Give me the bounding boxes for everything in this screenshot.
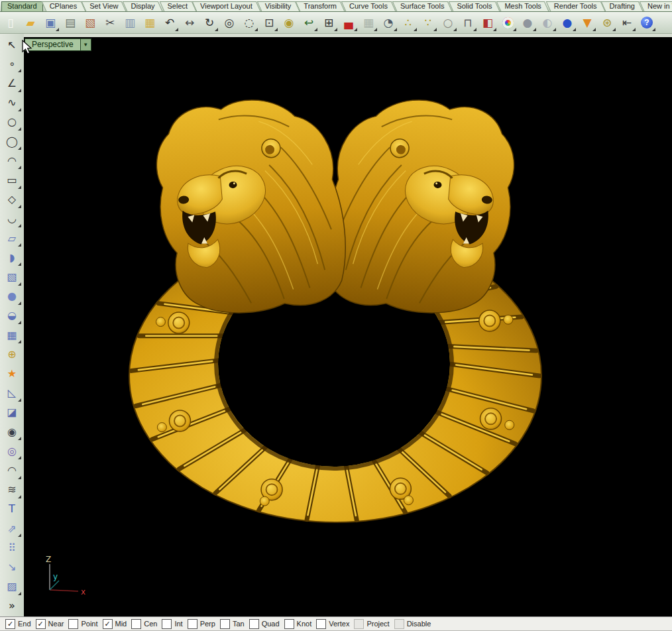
polygon-button[interactable]: ◇ — [3, 191, 22, 209]
new-file-button[interactable]: ▯ — [1, 13, 20, 32]
layers-button[interactable]: ◧ — [478, 13, 497, 32]
undo-button[interactable]: ↶ — [160, 13, 179, 32]
zoom-extents-button[interactable]: ⊡ — [260, 13, 278, 32]
tab-display[interactable]: Display — [125, 1, 160, 11]
osnap-checkbox[interactable]: ✓ — [36, 619, 46, 629]
tab-render-tools[interactable]: Render Tools — [548, 1, 603, 11]
extrude-box-button[interactable]: ▨ — [3, 578, 22, 596]
osnap-checkbox[interactable] — [68, 619, 78, 629]
text-button[interactable]: T — [3, 500, 22, 518]
osnap-checkbox[interactable] — [354, 619, 364, 629]
osnap-mid[interactable]: ✓Mid — [103, 619, 127, 629]
explode-button[interactable]: ★ — [3, 365, 22, 382]
box-button[interactable]: ▧ — [3, 268, 22, 286]
osnap-checkbox[interactable]: ✓ — [5, 619, 15, 629]
point-objects-button[interactable]: ∴ — [399, 13, 418, 32]
osnap-near[interactable]: ✓Near — [36, 619, 64, 629]
paste-clipboard-button[interactable]: ▦ — [140, 13, 159, 32]
viewport-canvas[interactable]: Z y x — [24, 37, 672, 616]
osnap-perp[interactable]: Perp — [188, 619, 215, 629]
ghosted-sphere-button[interactable]: ◐ — [538, 13, 557, 32]
trim-button[interactable]: ◺ — [3, 384, 22, 402]
help-button[interactable]: ? — [638, 13, 656, 32]
dimension-button[interactable]: ⇤ — [618, 13, 636, 32]
tab-transform[interactable]: Transform — [298, 1, 343, 11]
undo-view-button[interactable]: ↩ — [300, 13, 318, 32]
fillet-corner-button[interactable]: ◠ — [3, 461, 22, 479]
zoom-window-button[interactable]: ◌ — [240, 13, 258, 32]
control-curve-button[interactable]: ∿ — [3, 94, 22, 112]
pan-hand-button[interactable]: ↔ — [180, 13, 199, 32]
polyline-button[interactable]: ∠ — [3, 74, 22, 92]
viewport-title-dropdown[interactable]: ▼ — [81, 38, 91, 51]
osnap-end[interactable]: ✓End — [5, 619, 31, 629]
osnap-int[interactable]: Int — [162, 619, 182, 629]
osnap-checkbox[interactable] — [284, 619, 294, 629]
osnap-checkbox[interactable] — [316, 619, 326, 629]
save-file-button[interactable]: ▣ — [41, 13, 60, 32]
boolean-difference-button[interactable]: ◎ — [3, 442, 22, 460]
tab-surface-tools[interactable]: Surface Tools — [394, 1, 450, 11]
tab-standard[interactable]: Standard — [1, 1, 43, 11]
osnap-checkbox[interactable]: ✓ — [103, 619, 113, 629]
ellipse-button[interactable]: ◯ — [3, 133, 22, 150]
move-button[interactable]: ⇗ — [3, 520, 22, 538]
osnap-checkbox[interactable] — [394, 619, 404, 629]
surface-patch-button[interactable]: ▦ — [3, 326, 22, 344]
surface-button[interactable]: ▱ — [3, 229, 22, 247]
osnap-checkbox[interactable] — [162, 619, 172, 629]
tab-drafting[interactable]: Drafting — [603, 1, 641, 11]
point-button[interactable]: ∘ — [3, 55, 22, 73]
offset-curve-button[interactable]: ≋ — [3, 481, 22, 499]
color-wheel-button[interactable] — [498, 13, 517, 32]
rotate-view-button[interactable]: ↻ — [200, 13, 219, 32]
tab-cplanes[interactable]: CPlanes — [44, 1, 84, 11]
rectangle-button[interactable]: ▭ — [3, 171, 22, 189]
tab-curve-tools[interactable]: Curve Tools — [343, 1, 394, 11]
lock-button[interactable]: ⊓ — [459, 13, 477, 32]
cut-scissors-button[interactable]: ✂ — [101, 13, 119, 32]
curved-surface-button[interactable]: ◗ — [3, 249, 22, 266]
osnap-checkbox[interactable] — [188, 619, 197, 629]
osnap-checkbox[interactable] — [220, 619, 230, 629]
cplane-grid-button[interactable]: ▦ — [359, 13, 378, 32]
circle-button[interactable]: ○ — [3, 113, 22, 131]
cylinder-button[interactable]: ◒ — [3, 307, 22, 325]
point-objects-alt-button[interactable]: ∵ — [419, 13, 437, 32]
tab-viewport-layout[interactable]: Viewport Layout — [194, 1, 258, 11]
compass-button[interactable]: ◔ — [379, 13, 398, 32]
perspective-viewport[interactable]: Perspective ▼ — [24, 37, 672, 616]
gear-button[interactable]: ⊛ — [598, 13, 616, 32]
osnap-checkbox[interactable] — [131, 619, 141, 629]
render-sphere-button[interactable]: ● — [558, 13, 577, 32]
tab-select[interactable]: Select — [162, 1, 194, 11]
osnap-cen[interactable]: Cen — [131, 619, 157, 629]
cone-button[interactable]: ▼ — [578, 13, 596, 32]
edit-page-button[interactable]: ▧ — [81, 13, 99, 32]
join-puzzle-button[interactable]: ⊕ — [3, 345, 22, 363]
osnap-vertex[interactable]: Vertex — [316, 619, 349, 629]
print-button[interactable]: ▤ — [61, 13, 80, 32]
four-viewports-button[interactable]: ⊞ — [319, 13, 338, 32]
viewport-title-label[interactable]: Perspective — [25, 38, 81, 51]
copy-button[interactable]: ▥ — [121, 13, 139, 32]
osnap-disable[interactable]: Disable — [394, 619, 431, 629]
open-file-button[interactable]: ▰ — [21, 13, 40, 32]
tab-set-view[interactable]: Set View — [84, 1, 124, 11]
sphere-button[interactable]: ● — [3, 288, 22, 306]
osnap-tan[interactable]: Tan — [220, 619, 245, 629]
osnap-quad[interactable]: Quad — [249, 619, 280, 629]
boolean-union-button[interactable]: ◉ — [3, 423, 22, 441]
arc-button[interactable]: ◠ — [3, 152, 22, 170]
blend-curve-button[interactable]: ◡ — [3, 210, 22, 228]
more-tools-button[interactable]: » — [3, 597, 22, 615]
osnap-checkbox[interactable] — [249, 619, 259, 629]
tab-mesh-tools[interactable]: Mesh Tools — [498, 1, 547, 11]
zoom-dynamic-button[interactable]: ◎ — [220, 13, 239, 32]
car-button[interactable]: ▄ — [339, 13, 358, 32]
split-button[interactable]: ◪ — [3, 404, 22, 422]
select-pointer-button[interactable]: ↖ — [3, 36, 22, 54]
tab-visibility[interactable]: Visibility — [259, 1, 298, 11]
viewport-title[interactable]: Perspective ▼ — [25, 38, 91, 51]
array-button[interactable]: ⠿ — [3, 539, 22, 557]
